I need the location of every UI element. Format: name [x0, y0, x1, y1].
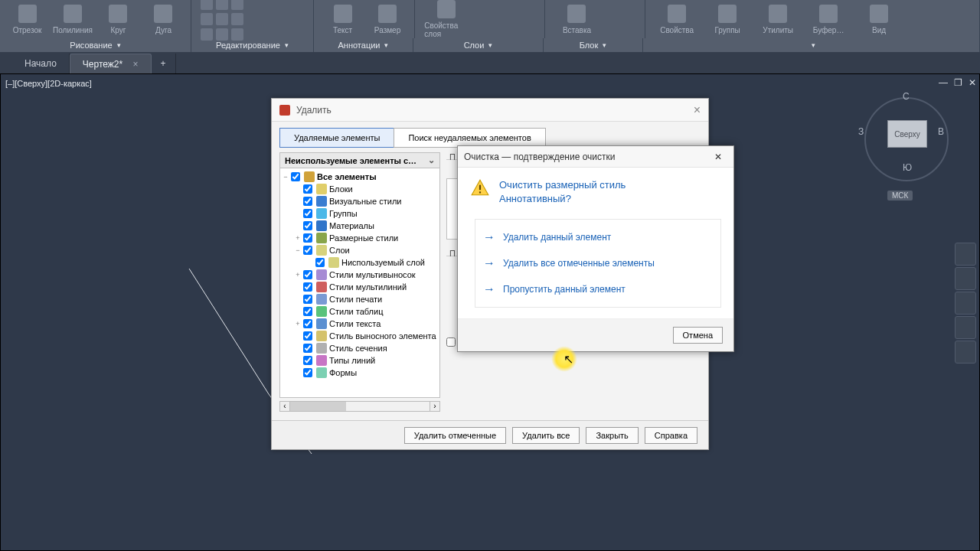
ribbon-item[interactable]: Полилиния — [53, 5, 93, 34]
ribbon-item[interactable]: Размер — [368, 5, 407, 34]
nav-orbit-icon[interactable] — [955, 316, 976, 339]
viewcube-top-face[interactable]: Сверху — [887, 120, 927, 148]
tree-checkbox[interactable] — [303, 344, 312, 353]
tree-checkbox[interactable] — [303, 295, 312, 304]
ribbon-item[interactable]: Текст — [323, 5, 362, 34]
option-skip-this-item[interactable]: → Пропустить данный элемент — [479, 276, 717, 302]
tab-active-drawing[interactable]: Чертеж2* × — [70, 54, 152, 73]
ribbon-item[interactable]: Группы — [705, 5, 750, 34]
tab-purgeable-items[interactable]: Удаляемые элементы — [279, 128, 394, 148]
ribbon-item[interactable]: Утилиты — [756, 5, 800, 34]
viewport-close[interactable]: ✕ — [969, 77, 976, 88]
ribbon-item[interactable]: Отрезок — [8, 5, 47, 34]
tree-item[interactable]: Визуальные стили — [282, 195, 438, 207]
viewport-maximize[interactable]: ❐ — [954, 77, 962, 88]
tree-checkbox[interactable] — [303, 209, 312, 218]
tool-icon[interactable] — [231, 0, 243, 10]
nav-pan-icon[interactable] — [955, 267, 976, 290]
ribbon-item[interactable]: Круг — [99, 5, 138, 34]
option-purge-this-item[interactable]: → Удалить данный элемент — [479, 224, 717, 250]
tab-new[interactable]: + — [152, 54, 176, 73]
ribbon-panel-label[interactable]: Блок — [544, 38, 643, 52]
tree-item[interactable]: −Слои — [282, 244, 438, 256]
tree-expand-icon[interactable]: + — [294, 320, 302, 328]
tree-expand-icon[interactable]: + — [294, 271, 302, 279]
tree-item[interactable]: Стиль сечения — [282, 342, 438, 354]
tree-checkbox[interactable] — [303, 368, 312, 377]
ribbon-item[interactable]: Дуга — [144, 5, 183, 34]
tree-horizontal-scroll[interactable]: ‹ › — [279, 401, 440, 412]
nav-showmotion-icon[interactable] — [955, 341, 976, 364]
scroll-right-button[interactable]: › — [430, 401, 440, 412]
ribbon-item[interactable]: Свойства — [655, 5, 699, 34]
confirm-cancel-button[interactable]: Отмена — [673, 327, 723, 344]
tool-icon[interactable] — [201, 0, 213, 10]
ribbon-item[interactable]: Вставка — [554, 5, 599, 34]
ribbon-item[interactable]: Вид — [857, 5, 901, 34]
viewcube-west[interactable]: З — [858, 126, 864, 137]
tree-item[interactable]: Стили мультилиний — [282, 281, 438, 293]
purge-all-button[interactable]: Удалить все — [512, 427, 580, 444]
viewport-label[interactable]: [–][Сверху][2D-каркас] — [5, 79, 92, 88]
close-button[interactable]: Закрыть — [586, 427, 638, 444]
ribbon-panel-label[interactable]: Слои — [413, 38, 544, 52]
viewcube-coord-system[interactable]: МСК — [887, 191, 913, 201]
tree-checkbox[interactable] — [303, 197, 312, 206]
tree-item[interactable]: Стиль выносного элемента — [282, 330, 438, 342]
viewcube[interactable]: С Ю З В Сверху МСК — [857, 90, 956, 204]
ribbon-panel-label[interactable] — [643, 38, 980, 52]
tree-item[interactable]: +Стили мультивыносок — [282, 269, 438, 281]
ribbon-panel-label[interactable]: Аннотации — [314, 38, 413, 52]
viewport-minimize[interactable]: — — [939, 77, 948, 88]
nav-steering-icon[interactable] — [955, 243, 976, 266]
nav-zoom-icon[interactable] — [955, 292, 976, 315]
confirm-close-button[interactable]: ✕ — [709, 152, 727, 162]
tool-icon[interactable] — [216, 0, 228, 10]
tree-header[interactable]: Неиспользуемые элементы с… ⌄ — [279, 152, 440, 168]
tree-checkbox[interactable] — [303, 282, 312, 292]
tree-item[interactable]: +Стили текста — [282, 318, 438, 330]
ribbon-panel-label[interactable]: Рисование — [0, 38, 191, 52]
tree-item[interactable]: Блоки — [282, 183, 438, 195]
tree-expand-icon[interactable]: − — [294, 246, 302, 254]
tree-expand-icon[interactable]: − — [282, 173, 289, 181]
purge-tree[interactable]: −Все элементыБлокиВизуальные стилиГруппы… — [279, 168, 440, 398]
viewcube-east[interactable]: В — [938, 126, 944, 137]
tree-checkbox[interactable] — [303, 331, 312, 341]
confirm-titlebar[interactable]: Очистка — подтверждение очистки ✕ — [458, 146, 733, 168]
close-icon[interactable]: × — [133, 59, 139, 70]
tool-icon[interactable] — [231, 13, 243, 25]
tool-icon[interactable] — [201, 13, 213, 25]
tree-checkbox[interactable] — [303, 221, 312, 230]
help-button[interactable]: Справка — [645, 427, 697, 444]
option-purge-all-checked[interactable]: → Удалить все отмеченные элементы — [479, 250, 717, 276]
tree-checkbox[interactable] — [303, 233, 312, 243]
tree-checkbox[interactable] — [303, 307, 312, 316]
tree-item[interactable]: −Все элементы — [282, 171, 438, 183]
tab-start[interactable]: Начало — [12, 54, 70, 73]
tool-icon[interactable] — [216, 13, 228, 25]
tree-expand-icon[interactable]: + — [294, 234, 302, 242]
viewcube-north[interactable]: С — [903, 91, 910, 102]
tree-checkbox[interactable] — [303, 319, 312, 328]
tree-item[interactable]: Стили печати — [282, 293, 438, 305]
tree-checkbox[interactable] — [303, 270, 312, 279]
tree-checkbox[interactable] — [303, 356, 312, 365]
tree-item[interactable]: Стили таблиц — [282, 305, 438, 318]
tree-item[interactable]: Группы — [282, 207, 438, 220]
tree-checkbox[interactable] — [303, 184, 312, 194]
scroll-left-button[interactable]: ‹ — [279, 401, 290, 412]
tree-checkbox[interactable] — [303, 246, 312, 255]
tree-checkbox[interactable] — [291, 172, 300, 181]
purge-checked-button[interactable]: Удалить отмеченные — [404, 427, 506, 444]
ribbon-panel-label[interactable]: Редактирование — [191, 38, 314, 52]
tree-item[interactable]: +Размерные стили — [282, 232, 438, 244]
tree-checkbox[interactable] — [315, 258, 325, 267]
tree-item[interactable]: Материалы — [282, 220, 438, 232]
purge-close-button[interactable]: × — [694, 103, 701, 117]
viewcube-south[interactable]: Ю — [903, 162, 912, 173]
ribbon-item[interactable]: Буфер… — [806, 5, 851, 34]
options-checkbox[interactable] — [446, 337, 456, 347]
tree-item[interactable]: Формы — [282, 367, 438, 379]
purge-titlebar[interactable]: Удалить × — [272, 99, 708, 122]
